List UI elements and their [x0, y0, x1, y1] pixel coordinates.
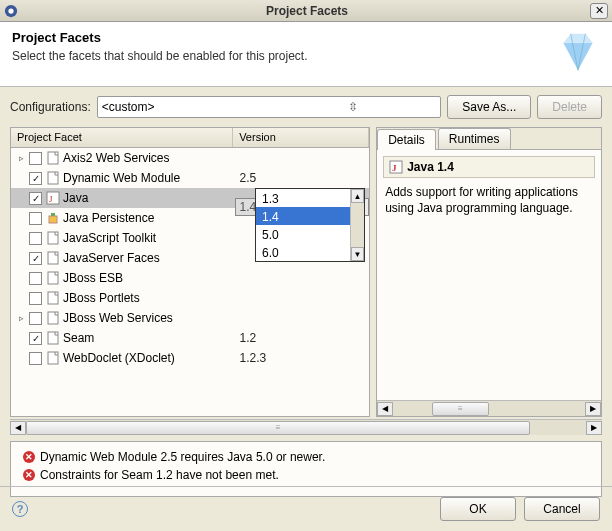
save-as-button[interactable]: Save As... [447, 95, 531, 119]
facet-label: Seam [63, 331, 94, 345]
facet-checkbox[interactable] [29, 212, 42, 225]
facet-checkbox[interactable] [29, 272, 42, 285]
help-button[interactable]: ? [12, 501, 28, 517]
doc-icon [46, 351, 60, 365]
detail-title-bar: J Java 1.4 [383, 156, 595, 178]
doc-icon [46, 271, 60, 285]
configurations-value: <custom> [102, 100, 269, 114]
delete-button: Delete [537, 95, 602, 119]
svg-rect-10 [49, 216, 57, 223]
facet-version: 1.2 [235, 331, 369, 345]
facets-list[interactable]: ▹Axis2 Web Services ✓Dynamic Web Module2… [11, 148, 369, 416]
column-version[interactable]: Version [233, 128, 369, 147]
svg-rect-14 [48, 272, 58, 284]
error-item: ✕ Constraints for Seam 1.2 have not been… [23, 468, 589, 482]
java-file-icon: J [389, 160, 403, 174]
scroll-left-button[interactable]: ◀ [377, 402, 393, 416]
doc-icon [46, 311, 60, 325]
ok-button[interactable]: OK [440, 497, 516, 521]
facet-version: 2.5 [235, 171, 369, 185]
diamond-icon [556, 30, 600, 74]
facet-row[interactable]: ✓Dynamic Web Module2.5 [11, 168, 369, 188]
facet-label: WebDoclet (XDoclet) [63, 351, 175, 365]
svg-point-1 [8, 8, 13, 13]
facet-row[interactable]: ▹JBoss Web Services [11, 308, 369, 328]
dropdown-option[interactable]: 1.4 [256, 207, 364, 225]
details-hscroll[interactable]: ◀ ≡ ▶ [377, 400, 601, 416]
dropdown-option[interactable]: 1.3 [256, 189, 364, 207]
facets-panel: Project Facet Version ▹Axis2 Web Service… [10, 127, 370, 417]
facet-checkbox[interactable] [29, 352, 42, 365]
doc-icon [46, 171, 60, 185]
svg-marker-3 [563, 34, 592, 43]
details-panel: Details Runtimes J Java 1.4 Adds support… [376, 127, 602, 417]
facet-row[interactable]: JBoss ESB [11, 268, 369, 288]
facet-checkbox[interactable]: ✓ [29, 252, 42, 265]
facet-label: Axis2 Web Services [63, 151, 169, 165]
facet-label: Java [63, 191, 88, 205]
svg-rect-7 [48, 172, 58, 184]
doc-icon [46, 231, 60, 245]
svg-rect-15 [48, 292, 58, 304]
doc-icon [46, 331, 60, 345]
facet-checkbox[interactable] [29, 312, 42, 325]
dropdown-option[interactable]: 6.0 [256, 243, 364, 261]
tab-details[interactable]: Details [377, 129, 436, 150]
configurations-combo[interactable]: <custom> ⇳ [97, 96, 442, 118]
app-icon [4, 4, 18, 18]
title-bar: Project Facets ✕ [0, 0, 612, 22]
facet-checkbox[interactable]: ✓ [29, 172, 42, 185]
scroll-up-button[interactable]: ▲ [351, 189, 364, 203]
facet-checkbox[interactable] [29, 292, 42, 305]
facet-label: Java Persistence [63, 211, 154, 225]
facet-checkbox[interactable]: ✓ [29, 192, 42, 205]
svg-rect-6 [48, 152, 58, 164]
dropdown-scrollbar[interactable]: ▲ ▼ [350, 189, 364, 261]
facet-label: JBoss Portlets [63, 291, 140, 305]
doc-icon [46, 251, 60, 265]
page-title: Project Facets [12, 30, 548, 45]
doc-icon [46, 291, 60, 305]
banner: Project Facets Select the facets that sh… [0, 22, 612, 87]
facet-row[interactable]: WebDoclet (XDoclet)1.2.3 [11, 348, 369, 368]
tab-runtimes[interactable]: Runtimes [438, 128, 511, 149]
facet-row[interactable]: JBoss Portlets [11, 288, 369, 308]
expand-toggle[interactable]: ▹ [15, 153, 27, 163]
error-text: Constraints for Seam 1.2 have not been m… [40, 468, 279, 482]
facet-checkbox[interactable] [29, 152, 42, 165]
svg-marker-2 [563, 43, 592, 70]
window-title: Project Facets [24, 4, 590, 18]
facet-checkbox[interactable]: ✓ [29, 332, 42, 345]
dialog-footer: ? OK Cancel [0, 486, 612, 531]
expand-toggle[interactable]: ▹ [15, 313, 27, 323]
facet-checkbox[interactable] [29, 232, 42, 245]
facet-row[interactable]: ▹Axis2 Web Services [11, 148, 369, 168]
scroll-right-button[interactable]: ▶ [585, 402, 601, 416]
facet-row[interactable]: ✓Seam1.2 [11, 328, 369, 348]
svg-rect-11 [51, 213, 55, 216]
dropdown-option[interactable]: 5.0 [256, 225, 364, 243]
facet-version: 1.2.3 [235, 351, 369, 365]
java-icon: J [46, 191, 60, 205]
facets-hscroll[interactable]: ◀ ≡ ▶ [10, 419, 602, 435]
details-tabs: Details Runtimes [377, 128, 601, 150]
chevron-updown-icon: ⇳ [269, 100, 436, 114]
scroll-left-button[interactable]: ◀ [10, 421, 26, 435]
facet-label: JBoss ESB [63, 271, 123, 285]
doc-icon [46, 151, 60, 165]
version-dropdown[interactable]: 1.31.45.06.0 ▲ ▼ [255, 188, 365, 262]
scroll-down-button[interactable]: ▼ [351, 247, 364, 261]
column-project-facet[interactable]: Project Facet [11, 128, 233, 147]
svg-text:J: J [49, 194, 53, 204]
svg-rect-17 [48, 332, 58, 344]
svg-rect-12 [48, 232, 58, 244]
page-subtitle: Select the facets that should be enabled… [12, 49, 548, 63]
detail-title-text: Java 1.4 [407, 160, 454, 174]
svg-rect-16 [48, 312, 58, 324]
scroll-right-button[interactable]: ▶ [586, 421, 602, 435]
close-button[interactable]: ✕ [590, 3, 608, 19]
cancel-button[interactable]: Cancel [524, 497, 600, 521]
facet-label: Dynamic Web Module [63, 171, 180, 185]
configurations-row: Configurations: <custom> ⇳ Save As... De… [0, 87, 612, 127]
error-icon: ✕ [23, 451, 35, 463]
